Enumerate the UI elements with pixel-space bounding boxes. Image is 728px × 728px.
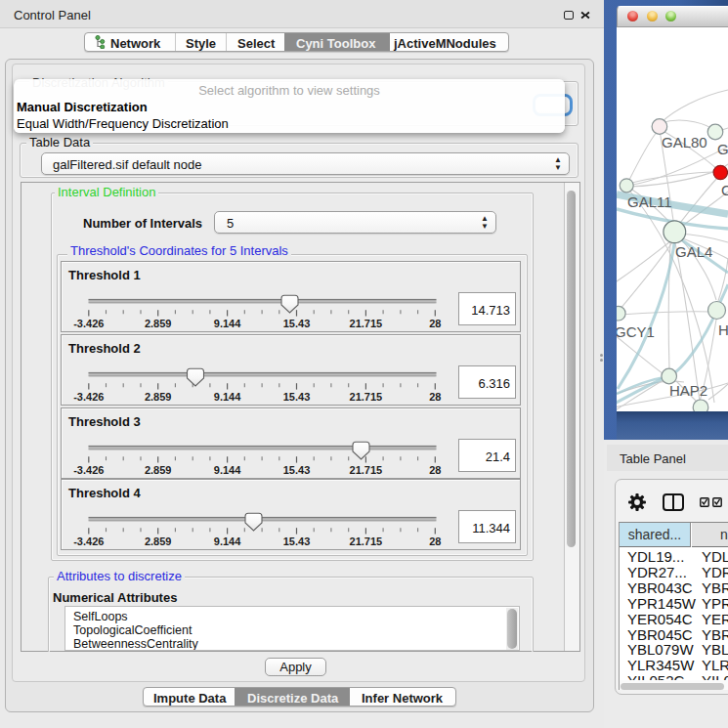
svg-text:-3.426: -3.426 (73, 464, 104, 476)
svg-text:-3.426: -3.426 (73, 535, 104, 547)
svg-text:28: 28 (429, 535, 441, 547)
svg-text:28: 28 (429, 464, 441, 476)
svg-text:GAL11: GAL11 (627, 193, 672, 210)
svg-text:2.859: 2.859 (145, 464, 172, 476)
svg-text:-3.426: -3.426 (73, 391, 104, 403)
svg-text:15.43: 15.43 (283, 318, 311, 329)
svg-text:21.715: 21.715 (350, 391, 383, 403)
svg-text:2.859: 2.859 (145, 535, 172, 547)
svg-text:G.: G. (717, 141, 728, 157)
svg-text:9.144: 9.144 (214, 391, 241, 403)
svg-text:GAL80: GAL80 (662, 134, 707, 150)
svg-text:21.715: 21.715 (350, 535, 383, 547)
svg-text:9.144: 9.144 (214, 318, 241, 329)
svg-text:9.144: 9.144 (214, 535, 241, 547)
svg-text:15.43: 15.43 (283, 464, 311, 476)
svg-text:21.715: 21.715 (350, 318, 383, 329)
svg-text:28: 28 (429, 391, 441, 403)
svg-text:H: H (718, 321, 728, 338)
svg-text:C: C (721, 182, 728, 198)
svg-text:-3.426: -3.426 (73, 318, 104, 329)
svg-text:GAL4: GAL4 (675, 243, 712, 260)
svg-text:HAP2: HAP2 (669, 382, 707, 399)
svg-text:15.43: 15.43 (283, 535, 311, 547)
svg-text:2.859: 2.859 (145, 391, 172, 403)
svg-text:9.144: 9.144 (214, 464, 241, 476)
svg-text:28: 28 (429, 318, 441, 329)
svg-text:15.43: 15.43 (283, 391, 311, 403)
svg-text:GCY1: GCY1 (617, 323, 655, 340)
svg-text:2.859: 2.859 (145, 318, 172, 329)
svg-text:21.715: 21.715 (350, 464, 383, 476)
